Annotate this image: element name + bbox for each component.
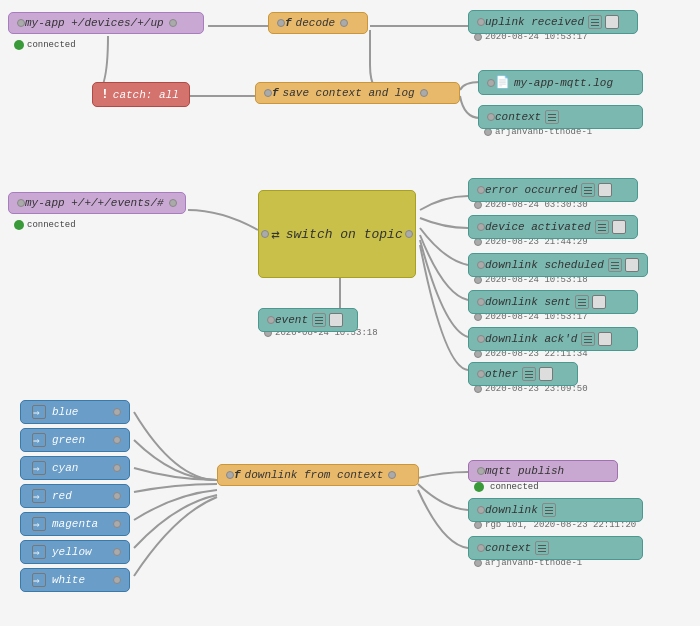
mqtt-pub-status: connected [474,482,539,492]
port-left-error [477,186,485,194]
node-cyan[interactable]: ⇒ cyan [20,456,130,480]
port-left-dl-ackd [477,335,485,343]
port-right-switch [405,230,413,238]
arrow-box-blue: ⇒ [32,405,46,419]
port-left-uplink [477,18,485,26]
menu-icon-dl-out[interactable] [542,503,556,517]
box-icon-error [598,183,612,197]
port-left-dl-ctx [226,471,234,479]
flow-canvas: my-app +/devices/+/up connected f decode… [0,0,700,626]
box-icon-dl-ackd [598,332,612,346]
node-green[interactable]: ⇒ green [20,428,130,452]
node-magenta[interactable]: ⇒ magenta [20,512,130,536]
arrow-box-red: ⇒ [32,489,46,503]
downlink-sent-label: downlink sent [485,296,571,308]
node-error-occurred[interactable]: error occurred [468,178,638,202]
blue-label: blue [52,406,78,418]
port-left-dl-sent [477,298,485,306]
port-right-dl-ctx [388,471,396,479]
menu-icon-dl-sched[interactable] [608,258,622,272]
node-white[interactable]: ⇒ white [20,568,130,592]
port-right-save [420,89,428,97]
port-right-events [169,199,177,207]
menu-icon-event[interactable] [312,313,326,327]
ts-dot-uplink [474,33,482,41]
node-uplink-received[interactable]: uplink received [468,10,638,34]
node-other[interactable]: other [468,362,578,386]
node-my-app-events[interactable]: my-app +/+/+/events/# [8,192,186,214]
ts-dot-error [474,201,482,209]
port-left-switch [261,230,269,238]
cyan-label: cyan [52,462,78,474]
menu-icon-device[interactable] [595,220,609,234]
function-icon-dl-ctx: f [234,469,241,481]
port-left-dl-sched [477,261,485,269]
device-activated-label: device activated [485,221,591,233]
file-icon-mqttlog: 📄 [495,75,510,90]
arrow-box-white: ⇒ [32,573,46,587]
node-mqtt-log[interactable]: 📄 my-app-mqtt.log [478,70,643,95]
events-status: connected [14,220,76,230]
my-app-up-label: my-app +/devices/+/up [25,17,164,29]
port-right-my-app-up [169,19,177,27]
event-label: event [275,314,308,326]
downlink-ackd-label: downlink ack'd [485,333,577,345]
white-label: white [52,574,85,586]
port-left-dl-out [477,506,485,514]
node-downlink-scheduled[interactable]: downlink scheduled [468,253,648,277]
node-context-bot[interactable]: context [468,536,643,560]
node-downlink-out[interactable]: downlink [468,498,643,522]
menu-icon-dl-ackd[interactable] [581,332,595,346]
ts-dot-ctx-top [484,128,492,136]
function-icon-decode: f [285,17,292,29]
node-decode[interactable]: f decode [268,12,368,34]
menu-icon-uplink[interactable] [588,15,602,29]
arrow-box-cyan: ⇒ [32,461,46,475]
box-icon-event [329,313,343,327]
node-yellow[interactable]: ⇒ yellow [20,540,130,564]
node-switch-topic[interactable]: ⇄ switch on topic [258,190,416,278]
menu-icon-other[interactable] [522,367,536,381]
node-context-top[interactable]: context [478,105,643,129]
node-downlink-ackd[interactable]: downlink ack'd [468,327,638,351]
node-device-activated[interactable]: device activated [468,215,638,239]
green-label: green [52,434,85,446]
node-save-context[interactable]: f save context and log [255,82,460,104]
port-right-red [113,492,121,500]
mqtt-pub-status-text: connected [490,482,539,492]
port-left-mqttlog [487,79,495,87]
yellow-label: yellow [52,546,92,558]
downlink-out-label: downlink [485,504,538,516]
port-left-save [264,89,272,97]
menu-icon-ctx-top[interactable] [545,110,559,124]
status-dot-events [14,220,24,230]
node-event[interactable]: event [258,308,358,332]
ts-dot-ctx-bot [474,559,482,567]
menu-icon-ctx-bot[interactable] [535,541,549,555]
magenta-label: magenta [52,518,98,530]
my-app-events-label: my-app +/+/+/events/# [25,197,164,209]
port-right-yellow [113,548,121,556]
events-status-text: connected [27,220,76,230]
node-my-app-up[interactable]: my-app +/devices/+/up [8,12,204,34]
save-context-label: save context and log [283,87,415,99]
downlink-context-label: downlink from context [245,469,384,481]
menu-icon-dl-sent[interactable] [575,295,589,309]
menu-icon-error[interactable] [581,183,595,197]
status-dot-mqtt-pub [474,482,484,492]
node-downlink-sent[interactable]: downlink sent [468,290,638,314]
node-downlink-context[interactable]: f downlink from context [217,464,419,486]
status-text-up: connected [27,40,76,50]
port-right-decode [340,19,348,27]
node-catch-all[interactable]: ! catch: all [92,82,190,107]
port-left-decode [277,19,285,27]
error-occurred-label: error occurred [485,184,577,196]
ts-dot-dl-sched [474,276,482,284]
node-red[interactable]: ⇒ red [20,484,130,508]
box-icon-dl-sent [592,295,606,309]
node-blue[interactable]: ⇒ blue [20,400,130,424]
port-left-mqtt-pub [477,467,485,475]
node-mqtt-publish[interactable]: mqtt publish [468,460,618,482]
port-right-magenta [113,520,121,528]
switch-topic-label: switch on topic [286,227,403,242]
